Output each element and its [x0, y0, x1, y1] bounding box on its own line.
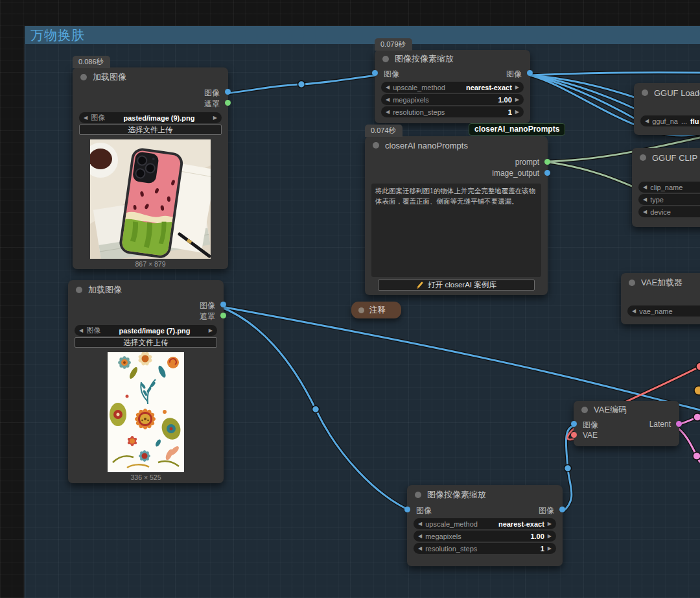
- collapse-dot-icon[interactable]: [629, 280, 635, 286]
- collapse-dot-icon[interactable]: [642, 90, 648, 96]
- image-input-dot[interactable]: [372, 70, 378, 76]
- type-widget[interactable]: ◀ type: [638, 194, 700, 205]
- node-header[interactable]: closerAI nanoPrompts: [365, 136, 548, 154]
- widget-label: device: [650, 208, 671, 216]
- widget-right-arrow-icon[interactable]: ▶: [548, 545, 552, 551]
- widget-left-arrow-icon[interactable]: ◀: [643, 184, 647, 190]
- prompt-output-dot[interactable]: [544, 159, 550, 165]
- gguf-name-widget[interactable]: ◀ gguf_na ... flu: [640, 115, 700, 126]
- resolution-steps-widget[interactable]: ◀ resolution_steps 1 ▶: [414, 543, 556, 554]
- widget-left-arrow-icon[interactable]: ◀: [418, 533, 422, 539]
- node-header[interactable]: 加载图像: [68, 280, 224, 300]
- image-file-combo[interactable]: ◀ 图像 pasted/image (9).png ▶: [79, 112, 222, 123]
- widget-label: resolution_steps: [425, 545, 477, 553]
- combo-value: pasted/image (7).png: [104, 327, 205, 335]
- mask-output-dot[interactable]: [225, 100, 231, 106]
- combo-right-arrow-icon[interactable]: ▶: [209, 328, 213, 333]
- resolution-steps-widget[interactable]: ◀ resolution_steps 1 ▶: [381, 106, 524, 117]
- node-image-scale-1[interactable]: 0.079秒 图像按像素缩放 图像 图像 ◀ upscale_method ne…: [375, 50, 530, 123]
- megapixels-widget[interactable]: ◀ megapixels 1.00 ▶: [414, 531, 556, 542]
- node-note-collapsed[interactable]: 注释: [351, 302, 401, 318]
- collapse-dot-icon[interactable]: [382, 56, 389, 62]
- input-label: 图像: [416, 505, 432, 516]
- node-title: VAE编码: [594, 404, 627, 416]
- image-file-combo[interactable]: ◀ 图像 pasted/image (7).png ▶: [75, 325, 217, 336]
- widget-left-arrow-icon[interactable]: ◀: [632, 308, 636, 314]
- latent-output-dot[interactable]: [676, 421, 682, 427]
- widget-left-arrow-icon[interactable]: ◀: [418, 521, 422, 527]
- node-header[interactable]: 加载图像: [73, 67, 228, 87]
- node-title: 加载图像: [93, 71, 126, 83]
- vae-input-dot[interactable]: [571, 432, 577, 438]
- image-output-dot[interactable]: [220, 302, 226, 307]
- upload-file-button[interactable]: 选择文件上传: [79, 125, 222, 135]
- combo-left-arrow-icon[interactable]: ◀: [79, 328, 83, 333]
- collapse-dot-icon[interactable]: [581, 407, 588, 413]
- node-gguf-clip-loader[interactable]: GGUF CLIP Loa ◀ clip_name ◀ type ◀ devic…: [632, 148, 700, 227]
- image-output-dot[interactable]: [527, 70, 533, 76]
- upload-file-button[interactable]: 选择文件上传: [75, 337, 217, 348]
- node-title: 图像按像素缩放: [427, 489, 486, 501]
- combo-value: pasted/image (9).png: [108, 114, 210, 122]
- node-gguf-loader[interactable]: GGUF Loader ◀ gguf_na ... flu: [634, 83, 700, 135]
- widget-left-arrow-icon[interactable]: ◀: [645, 118, 649, 124]
- node-header[interactable]: GGUF CLIP Loa: [632, 148, 700, 167]
- collapse-dot-icon[interactable]: [373, 142, 379, 149]
- node-vae-loader[interactable]: VAE加载器 ◀ vae_name: [621, 273, 700, 324]
- node-vae-encode[interactable]: VAE编码 图像 Latent VAE: [574, 401, 679, 446]
- input-label: VAE: [583, 431, 598, 440]
- input-label: 图像: [583, 420, 598, 431]
- collapse-dot-icon[interactable]: [358, 307, 364, 313]
- widget-label: gguf_na: [652, 117, 678, 125]
- megapixels-widget[interactable]: ◀ megapixels 1.00 ▶: [381, 94, 524, 105]
- node-load-image-1[interactable]: 0.086秒 加载图像 图像 遮罩 ◀ 图像 pasted/image (9).…: [73, 67, 228, 269]
- node-header[interactable]: 图像按像素缩放: [375, 50, 530, 68]
- widget-label: resolution_steps: [393, 108, 445, 116]
- node-image-scale-2[interactable]: 图像按像素缩放 图像 图像 ◀ upscale_method nearest-e…: [407, 485, 563, 566]
- node-header[interactable]: 图像按像素缩放: [407, 485, 563, 505]
- widget-right-arrow-icon[interactable]: ▶: [548, 521, 552, 527]
- collapse-dot-icon[interactable]: [415, 492, 421, 498]
- combo-label: 图像: [86, 326, 100, 335]
- image-output-dot[interactable]: [544, 170, 550, 176]
- widget-left-arrow-icon[interactable]: ◀: [386, 84, 390, 90]
- widget-left-arrow-icon[interactable]: ◀: [643, 209, 647, 215]
- image-input-dot[interactable]: [571, 421, 577, 427]
- node-load-image-2[interactable]: 加载图像 图像 遮罩 ◀ 图像 pasted/image (7).png ▶ 选…: [68, 280, 224, 483]
- open-case-library-button[interactable]: 打开 closerAI 案例库: [378, 280, 535, 291]
- image-output-dot[interactable]: [225, 89, 231, 95]
- widget-left-arrow-icon[interactable]: ◀: [418, 545, 422, 551]
- widget-right-arrow-icon[interactable]: ▶: [515, 109, 519, 115]
- collapse-dot-icon[interactable]: [76, 287, 82, 293]
- vae-name-widget[interactable]: ◀ vae_name: [627, 305, 700, 317]
- widget-left-arrow-icon[interactable]: ◀: [386, 109, 390, 115]
- upscale-method-widget[interactable]: ◀ upscale_method nearest-exact ▶: [414, 518, 556, 529]
- node-header[interactable]: VAE编码: [574, 401, 679, 419]
- widget-right-arrow-icon[interactable]: ▶: [515, 84, 519, 90]
- node-closerai-nanoprompts[interactable]: 0.074秒 closerAI nanoPrompts prompt image…: [365, 136, 548, 295]
- widget-right-arrow-icon[interactable]: ▶: [515, 97, 519, 102]
- collapse-dot-icon[interactable]: [80, 74, 87, 80]
- image-size-label: 867 × 879: [73, 260, 228, 268]
- widget-value: nearest-exact: [466, 84, 512, 91]
- mask-output-dot[interactable]: [220, 313, 226, 318]
- image-input-dot[interactable]: [404, 507, 410, 512]
- prompt-textarea[interactable]: 将此图案迁移到图1的物体上并完全完整地覆盖在该物体表面，覆盖正面、侧面等无缝平铺…: [371, 184, 541, 277]
- upscale-method-widget[interactable]: ◀ upscale_method nearest-exact ▶: [381, 82, 524, 93]
- combo-right-arrow-icon[interactable]: ▶: [213, 115, 217, 121]
- combo-left-arrow-icon[interactable]: ◀: [84, 115, 88, 121]
- slot-row: 图像 Latent: [574, 419, 679, 430]
- clip-name-widget[interactable]: ◀ clip_name: [638, 182, 700, 193]
- image-output-dot[interactable]: [559, 507, 565, 512]
- node-title: 加载图像: [88, 284, 122, 296]
- device-widget[interactable]: ◀ device: [638, 206, 700, 217]
- node-header[interactable]: GGUF Loader: [634, 83, 700, 102]
- slot-row: 图像: [68, 300, 224, 311]
- slot-row: VAE: [574, 430, 679, 441]
- collapse-dot-icon[interactable]: [640, 154, 646, 161]
- widget-left-arrow-icon[interactable]: ◀: [643, 197, 647, 202]
- widget-right-arrow-icon[interactable]: ▶: [548, 533, 552, 539]
- widget-left-arrow-icon[interactable]: ◀: [386, 97, 390, 102]
- node-graph-canvas[interactable]: 万物换肤: [0, 0, 700, 598]
- node-header[interactable]: VAE加载器: [621, 273, 700, 293]
